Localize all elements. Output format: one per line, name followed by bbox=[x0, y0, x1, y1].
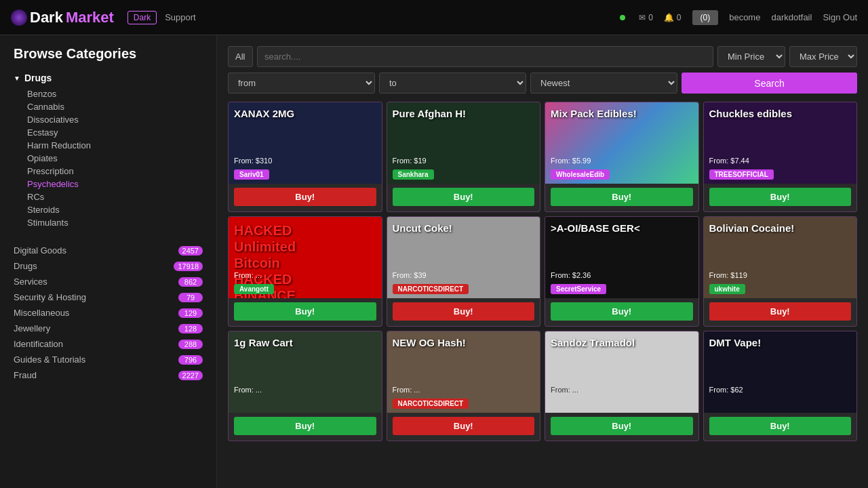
sidebar-item-rcs[interactable]: RCs bbox=[27, 190, 203, 203]
stat-label: Services bbox=[14, 277, 47, 287]
sidebar-item-ecstasy[interactable]: Ecstasy bbox=[27, 126, 203, 139]
min-price-select[interactable]: Min Price bbox=[717, 46, 785, 67]
buy-button[interactable]: Buy! bbox=[393, 417, 535, 435]
stat-label: Miscellaneous bbox=[14, 308, 69, 318]
sidebar-item-cannabis[interactable]: Cannabis bbox=[27, 100, 203, 113]
product-price: From: $7.44 bbox=[709, 157, 749, 165]
online-indicator bbox=[620, 15, 625, 20]
notifications-button[interactable]: 🔔 0 bbox=[664, 13, 682, 22]
seller-badge: NARCOTICSDIRECT bbox=[393, 284, 469, 294]
stat-count: 2457 bbox=[178, 246, 203, 256]
logo-dark-text: Dark bbox=[30, 9, 63, 26]
stat-row-identification[interactable]: Identification 288 bbox=[14, 336, 203, 352]
product-price: From: $39 bbox=[393, 271, 427, 279]
product-price: From: ... bbox=[551, 386, 578, 394]
stat-row-jewellery[interactable]: Jewellery 128 bbox=[14, 321, 203, 336]
buy-button[interactable]: Buy! bbox=[234, 188, 376, 206]
seller-badge: Avangott bbox=[234, 284, 274, 294]
stat-count: 129 bbox=[178, 308, 203, 318]
sort-select[interactable]: Newest bbox=[530, 73, 677, 94]
product-price: From: ... bbox=[393, 386, 420, 394]
date-to-select[interactable]: to bbox=[379, 73, 526, 94]
bell-count: 0 bbox=[677, 13, 682, 22]
product-card: NEW OG Hash! From: ... NARCOTICSDIRECT B… bbox=[387, 331, 541, 441]
cart-button[interactable]: (0) bbox=[692, 10, 719, 25]
buy-button[interactable]: Buy! bbox=[234, 302, 376, 321]
buy-button[interactable]: Buy! bbox=[393, 302, 535, 321]
product-title: XANAX 2MG bbox=[234, 108, 376, 120]
drugs-label: Drugs bbox=[24, 73, 52, 83]
stat-label: Jewellery bbox=[14, 323, 50, 333]
product-image: Bolivian Cocaine! From: $119 ukwhite bbox=[704, 217, 857, 298]
stat-row-digital-goods[interactable]: Digital Goods 2457 bbox=[14, 243, 203, 258]
buy-button[interactable]: Buy! bbox=[234, 417, 376, 435]
product-grid: XANAX 2MG From: $310 Sariv01 Buy! Pure A… bbox=[228, 102, 857, 441]
product-card: Sandoz Tramadol From: ... Buy! bbox=[545, 331, 699, 441]
dark-badge-button[interactable]: Dark bbox=[127, 11, 157, 24]
product-image: XANAX 2MG From: $310 Sariv01 bbox=[229, 102, 382, 184]
product-title: 1g Raw Cart bbox=[234, 337, 376, 349]
topnav: DarkMarket Dark Support ✉ 0 🔔 0 (0) beco… bbox=[0, 0, 868, 35]
seller-badge: Sariv01 bbox=[234, 169, 269, 180]
logo[interactable]: DarkMarket bbox=[11, 9, 114, 26]
buy-button[interactable]: Buy! bbox=[393, 188, 535, 206]
product-price: From: $62 bbox=[709, 386, 743, 394]
stat-row-miscellaneous[interactable]: Miscellaneous 129 bbox=[14, 305, 203, 321]
stat-count: 17918 bbox=[174, 262, 203, 271]
stat-row-services[interactable]: Services 862 bbox=[14, 274, 203, 289]
sidebar-item-stimulants[interactable]: Stimulants bbox=[27, 216, 203, 229]
stat-row-guides-&-tutorials[interactable]: Guides & Tutorials 796 bbox=[14, 352, 203, 367]
buy-button[interactable]: Buy! bbox=[709, 302, 852, 321]
search-button[interactable]: Search bbox=[682, 73, 857, 94]
product-title: DMT Vape! bbox=[709, 337, 852, 349]
date-from-select[interactable]: from bbox=[228, 73, 375, 94]
product-image: Pure Afghan H! From: $19 Sankhara bbox=[387, 102, 540, 184]
seller-badge: Sankhara bbox=[393, 169, 434, 180]
product-price: From: $5.99 bbox=[551, 157, 591, 165]
product-image: NEW OG Hash! From: ... NARCOTICSDIRECT bbox=[387, 331, 540, 413]
drugs-header[interactable]: ▼ Drugs bbox=[14, 73, 203, 83]
product-price: From: ... bbox=[234, 386, 262, 394]
seller-badge: WholesaleEdib bbox=[551, 169, 610, 180]
product-card: Uncut Coke! From: $39 NARCOTICSDIRECT Bu… bbox=[387, 216, 541, 327]
max-price-select[interactable]: Max Price bbox=[789, 46, 857, 67]
drugs-category: ▼ Drugs BenzosCannabisDissociativesEcsta… bbox=[14, 73, 203, 229]
become-link[interactable]: become bbox=[729, 12, 760, 22]
signout-button[interactable]: Sign Out bbox=[823, 12, 857, 22]
sidebar-item-dissociatives[interactable]: Dissociatives bbox=[27, 113, 203, 126]
buy-button[interactable]: Buy! bbox=[709, 188, 852, 206]
product-title: Mix Pack Edibles! bbox=[551, 108, 693, 120]
seller-badge: NARCOTICSDIRECT bbox=[393, 399, 469, 409]
sidebar-item-steroids[interactable]: Steroids bbox=[27, 203, 203, 216]
seller-badge: TREESOFFICIAL bbox=[709, 169, 774, 180]
sidebar-item-opiates[interactable]: Opiates bbox=[27, 152, 203, 165]
buy-button[interactable]: Buy! bbox=[709, 417, 852, 435]
nav-icons: ✉ 0 🔔 0 (0) become darkdotfail Sign Out bbox=[620, 10, 857, 25]
buy-button[interactable]: Buy! bbox=[551, 417, 693, 435]
messages-button[interactable]: ✉ 0 bbox=[639, 13, 653, 22]
product-image: Mix Pack Edibles! From: $5.99 WholesaleE… bbox=[545, 102, 698, 184]
sidebar-item-psychedelics[interactable]: Psychedelics bbox=[27, 178, 203, 190]
product-title: Chuckles edibles bbox=[709, 108, 852, 120]
sidebar-title: Browse Categories bbox=[14, 46, 203, 62]
main-content: All Min Price Max Price from to Newest S… bbox=[217, 35, 868, 488]
sidebar-item-benzos[interactable]: Benzos bbox=[27, 87, 203, 100]
stat-count: 128 bbox=[178, 324, 203, 333]
buy-button[interactable]: Buy! bbox=[551, 188, 693, 206]
stat-row-drugs[interactable]: Drugs 17918 bbox=[14, 258, 203, 274]
search-input[interactable] bbox=[257, 46, 713, 67]
support-link[interactable]: Support bbox=[165, 12, 196, 22]
product-title: NEW OG Hash! bbox=[393, 337, 535, 349]
domain-link[interactable]: darkdotfail bbox=[771, 12, 812, 22]
product-image: 1g Raw Cart From: ... bbox=[229, 331, 382, 413]
stat-row-security-&-hosting[interactable]: Security & Hosting 79 bbox=[14, 289, 203, 305]
product-card: XANAX 2MG From: $310 Sariv01 Buy! bbox=[228, 102, 382, 212]
category-select[interactable]: All bbox=[228, 46, 253, 67]
mail-icon: ✉ bbox=[639, 13, 646, 22]
sidebar-item-harm-reduction[interactable]: Harm Reduction bbox=[27, 139, 203, 152]
sidebar-item-prescription[interactable]: Prescription bbox=[27, 165, 203, 178]
buy-button[interactable]: Buy! bbox=[551, 302, 693, 321]
stat-row-fraud[interactable]: Fraud 2227 bbox=[14, 367, 203, 383]
product-image: >A-OI/BASE GER< From: $2.36 SecretServic… bbox=[545, 217, 698, 298]
product-image: Sandoz Tramadol From: ... bbox=[545, 331, 698, 413]
